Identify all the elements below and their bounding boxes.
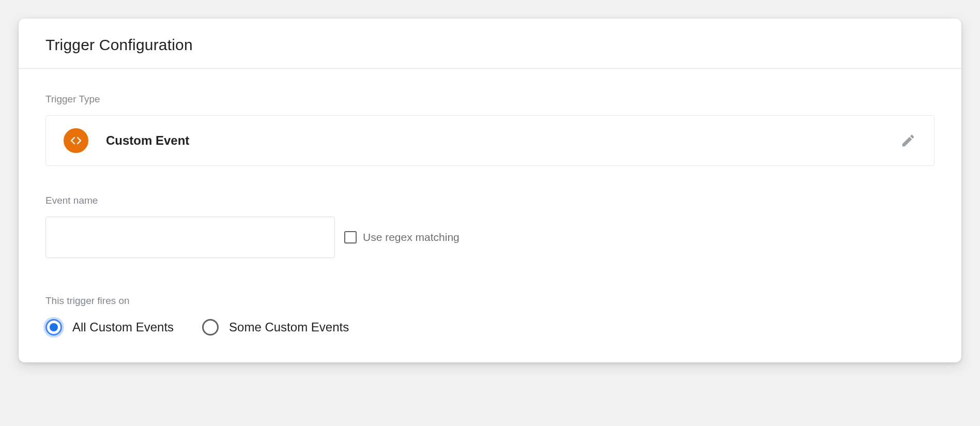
- trigger-type-selector[interactable]: Custom Event: [45, 115, 935, 166]
- checkbox-icon: [344, 231, 357, 244]
- card-header: Trigger Configuration: [19, 19, 961, 69]
- event-name-input[interactable]: [45, 217, 335, 258]
- fires-on-label: This trigger fires on: [45, 295, 935, 307]
- pencil-icon: [900, 133, 916, 148]
- regex-checkbox[interactable]: Use regex matching: [344, 231, 460, 244]
- edit-trigger-type-button[interactable]: [898, 130, 918, 151]
- trigger-config-card: Trigger Configuration Trigger Type Custo…: [19, 19, 961, 362]
- code-icon: [64, 128, 88, 153]
- event-name-label: Event name: [45, 195, 935, 206]
- trigger-type-value: Custom Event: [106, 133, 880, 148]
- card-title: Trigger Configuration: [45, 36, 937, 54]
- radio-some-custom-events[interactable]: Some Custom Events: [202, 319, 349, 336]
- radio-label: All Custom Events: [72, 320, 174, 334]
- radio-icon: [202, 319, 219, 336]
- regex-checkbox-label: Use regex matching: [363, 231, 460, 244]
- radio-icon: [45, 319, 62, 336]
- card-body: Trigger Type Custom Event: [19, 69, 961, 362]
- radio-label: Some Custom Events: [229, 320, 349, 334]
- trigger-type-label: Trigger Type: [45, 94, 935, 105]
- radio-all-custom-events[interactable]: All Custom Events: [45, 319, 174, 336]
- fires-on-radio-group: All Custom Events Some Custom Events: [45, 319, 935, 336]
